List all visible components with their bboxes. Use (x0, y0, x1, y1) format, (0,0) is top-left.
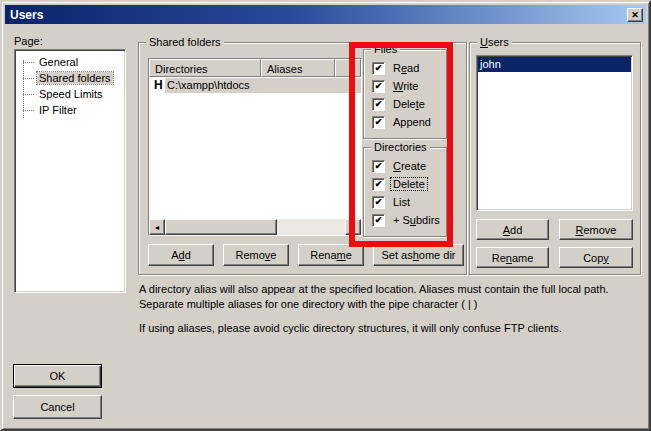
shared-folders-group-label: Shared folders (146, 36, 224, 48)
create-checkbox[interactable]: ✔ (372, 160, 385, 173)
shared-remove-button[interactable]: Remove (223, 244, 289, 266)
user-rename-button[interactable]: Rename (476, 247, 549, 268)
user-remove-button[interactable]: Remove (559, 219, 633, 240)
ok-button[interactable]: OK (13, 364, 102, 388)
write-label: Write (391, 80, 420, 92)
directories-group-label: Directories (371, 141, 430, 153)
directories-list-body[interactable]: H C:\xampp\htdocs (149, 77, 361, 219)
file-delete-checkbox[interactable]: ✔ (372, 98, 385, 111)
tree-twig-icon (23, 62, 34, 63)
tree-item-label: Shared folders (37, 72, 113, 84)
directories-list-header: Directories Aliases (149, 59, 361, 77)
tree-item-speed-limits[interactable]: Speed Limits (15, 86, 125, 102)
read-label: Read (391, 62, 421, 74)
shared-add-button[interactable]: Add (148, 244, 214, 266)
column-header-aliases[interactable]: Aliases (261, 59, 335, 77)
tree-twig-icon (23, 94, 34, 95)
subdirs-label: + Subdirs (391, 214, 442, 226)
tree-item-label: Speed Limits (37, 88, 105, 100)
user-name: john (480, 58, 501, 70)
scrollbar-track[interactable] (165, 219, 345, 235)
title-bar[interactable]: Users ✕ (5, 5, 646, 24)
append-checkbox[interactable]: ✔ (372, 116, 385, 129)
close-icon[interactable]: ✕ (627, 8, 643, 22)
read-checkbox-row[interactable]: ✔ Read (372, 61, 421, 75)
home-dir-marker: H (149, 78, 165, 92)
dir-delete-label: Delete (391, 178, 427, 190)
alias-note-2: If using aliases, please avoid cyclic di… (139, 321, 646, 336)
file-delete-label: Delete (391, 98, 427, 110)
checkmark-icon: ✔ (375, 64, 383, 73)
tree-twig-icon (23, 110, 34, 111)
users-dialog: Users ✕ Page: General Shared folders Spe… (0, 0, 651, 431)
list-checkbox[interactable]: ✔ (372, 196, 385, 209)
directories-permissions-group: Directories ✔ Create ✔ Delete ✔ List ✔ +… (363, 147, 447, 237)
alias-note-1: A directory alias will also appear at th… (139, 282, 646, 312)
directories-list[interactable]: Directories Aliases H C:\xampp\htdocs ◄ … (148, 58, 362, 236)
create-label: Create (391, 160, 428, 172)
alias-notes: A directory alias will also appear at th… (139, 282, 646, 345)
dir-delete-checkbox[interactable]: ✔ (372, 178, 385, 191)
append-checkbox-row[interactable]: ✔ Append (372, 115, 433, 129)
write-checkbox[interactable]: ✔ (372, 80, 385, 93)
files-group-label: Files (371, 43, 400, 55)
checkmark-icon: ✔ (375, 82, 383, 91)
scrollbar-thumb[interactable] (165, 219, 277, 235)
tree-item-label: IP Filter (37, 104, 79, 116)
cancel-button[interactable]: Cancel (13, 395, 102, 419)
tree-item-shared-folders[interactable]: Shared folders (15, 70, 125, 86)
horizontal-scrollbar[interactable]: ◄ ► (149, 219, 361, 235)
column-header-directories[interactable]: Directories (149, 59, 261, 77)
file-delete-checkbox-row[interactable]: ✔ Delete (372, 97, 427, 111)
checkmark-icon: ✔ (375, 118, 383, 127)
append-label: Append (391, 116, 433, 128)
page-label: Page: (14, 35, 43, 47)
checkmark-icon: ✔ (375, 100, 383, 109)
tree-item-label: General (37, 56, 80, 68)
page-tree[interactable]: General Shared folders Speed Limits IP F… (14, 49, 126, 293)
column-header-filler (335, 59, 361, 77)
checkmark-icon: ✔ (375, 162, 383, 171)
list-label: List (391, 196, 412, 208)
tree-twig-icon (23, 78, 34, 79)
scroll-left-icon[interactable]: ◄ (149, 219, 165, 235)
shared-rename-button[interactable]: Rename (298, 244, 364, 266)
tree-item-ip-filter[interactable]: IP Filter (15, 102, 125, 118)
read-checkbox[interactable]: ✔ (372, 62, 385, 75)
files-permissions-group: Files ✔ Read ✔ Write ✔ Delete ✔ Append (363, 49, 447, 139)
checkmark-icon: ✔ (375, 180, 383, 189)
create-checkbox-row[interactable]: ✔ Create (372, 159, 428, 173)
write-checkbox-row[interactable]: ✔ Write (372, 79, 420, 93)
directory-path[interactable]: C:\xampp\htdocs (165, 78, 361, 93)
user-add-button[interactable]: Add (476, 219, 549, 240)
checkmark-icon: ✔ (375, 216, 383, 225)
tree-item-general[interactable]: General (15, 54, 125, 70)
directory-row[interactable]: H C:\xampp\htdocs (149, 77, 361, 93)
tree-line (23, 60, 24, 118)
set-as-home-dir-button[interactable]: Set as home dir (373, 244, 464, 266)
window-title: Users (5, 8, 43, 22)
scroll-right-icon[interactable]: ► (345, 219, 361, 235)
users-list[interactable]: john (476, 55, 633, 211)
users-group-label: Users (477, 36, 512, 48)
user-copy-button[interactable]: Copy (559, 247, 633, 268)
dir-delete-checkbox-row[interactable]: ✔ Delete (372, 177, 427, 191)
user-row-john[interactable]: john (478, 57, 631, 72)
subdirs-checkbox-row[interactable]: ✔ + Subdirs (372, 213, 442, 227)
subdirs-checkbox[interactable]: ✔ (372, 214, 385, 227)
list-checkbox-row[interactable]: ✔ List (372, 195, 412, 209)
checkmark-icon: ✔ (375, 198, 383, 207)
